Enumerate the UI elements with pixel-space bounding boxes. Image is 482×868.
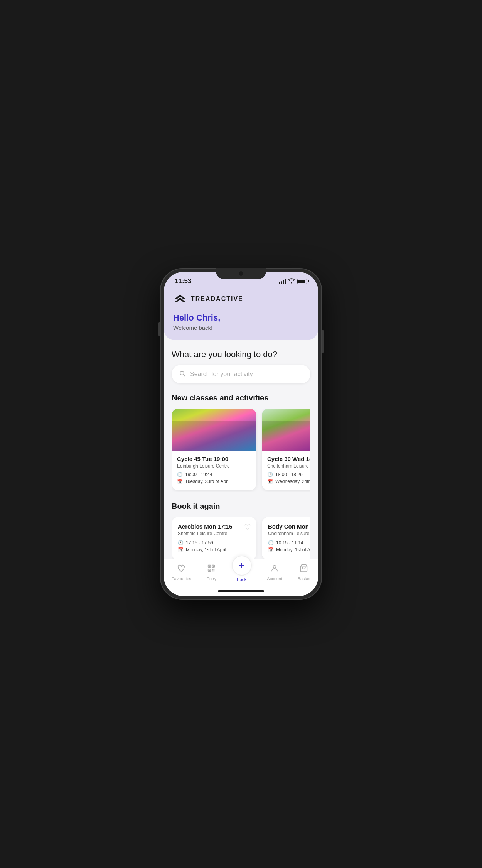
svg-rect-13 <box>209 570 210 571</box>
nav-favourites-label: Favourites <box>172 576 191 581</box>
book-card-2[interactable]: Body Con Mon 10:15 Cheltenham Leisure Ce… <box>262 517 310 559</box>
nav-entry[interactable]: Entry <box>207 564 217 581</box>
search-section-title: What are you looking to do? <box>172 350 310 360</box>
book-cal-icon-2: 📅 <box>268 547 274 552</box>
signal-icon <box>279 279 286 284</box>
main-content: What are you looking to do? Search for y… <box>164 340 318 559</box>
greeting-sub: Welcome back! <box>173 324 309 331</box>
book-again-title: Book it again <box>172 502 310 511</box>
book-card-2-date: Monday, 1st of Apri... <box>276 547 310 552</box>
card-2-title: Cycle 30 Wed 18:00 <box>267 456 310 462</box>
nav-favourites[interactable]: Favourites <box>172 564 191 581</box>
activity-card-1[interactable]: Cycle 45 Tue 19:00 Edinburgh Leisure Cen… <box>172 409 256 490</box>
calendar-icon: 📅 <box>177 479 183 484</box>
notch-camera <box>239 271 243 276</box>
clock-icon: 🕐 <box>177 472 183 477</box>
heart-icon-1[interactable]: ♡ <box>244 522 251 532</box>
book-card-1-venue: Sheffield Leisure Centre <box>178 531 250 536</box>
svg-point-14 <box>273 566 276 568</box>
new-classes-title: New classes and activities <box>172 393 310 402</box>
plus-icon: + <box>239 560 245 571</box>
card-image-2 <box>262 409 310 451</box>
calendar-icon-2: 📅 <box>267 479 273 484</box>
book-card-1-title: Aerobics Mon 17:15 <box>178 523 250 530</box>
book-again-section: Book it again ♡ Aerobics Mon 17:15 Sheff… <box>172 502 310 559</box>
book-card-2-title: Body Con Mon 10:15 <box>268 523 310 530</box>
card-2-time: 18:00 - 18:29 <box>275 472 303 477</box>
book-clock-icon-1: 🕐 <box>178 540 184 545</box>
logo-text: TREADACTIVE <box>191 296 243 302</box>
home-bar <box>218 590 264 592</box>
account-nav-icon <box>270 564 279 575</box>
nav-book[interactable]: + Book <box>232 563 252 582</box>
nav-basket-label: Basket <box>298 576 311 581</box>
battery-icon <box>297 279 307 284</box>
bottom-nav: Favourites <box>164 559 318 588</box>
nav-account-label: Account <box>267 576 282 581</box>
svg-rect-11 <box>209 566 210 567</box>
book-card-1-time: 17:15 - 17:59 <box>186 540 213 545</box>
svg-rect-8 <box>214 569 215 570</box>
card-2-venue: Cheltenham Leisure C... <box>267 463 310 469</box>
nav-entry-label: Entry <box>207 576 217 581</box>
book-again-scroll[interactable]: ♡ Aerobics Mon 17:15 Sheffield Leisure C… <box>172 517 310 559</box>
card-1-title: Cycle 45 Tue 19:00 <box>177 456 251 462</box>
svg-rect-12 <box>213 566 214 567</box>
phone-screen: 11:53 <box>164 272 318 596</box>
card-1-time: 19:00 - 19:44 <box>185 472 212 477</box>
book-card-2-venue: Cheltenham Leisure Ce... <box>268 531 310 536</box>
search-section: What are you looking to do? Search for y… <box>172 350 310 383</box>
search-icon <box>179 370 185 378</box>
nav-account[interactable]: Account <box>267 564 282 581</box>
basket-nav-icon <box>300 564 308 575</box>
svg-rect-10 <box>214 571 215 572</box>
book-cal-icon-1: 📅 <box>178 547 184 552</box>
home-indicator <box>164 588 318 596</box>
card-image-1 <box>172 409 256 451</box>
new-classes-scroll[interactable]: Cycle 45 Tue 19:00 Edinburgh Leisure Cen… <box>172 409 310 492</box>
notch <box>216 268 266 279</box>
logo-area: TREADACTIVE <box>173 292 309 306</box>
search-placeholder: Search for your activity <box>190 371 253 378</box>
qr-nav-icon <box>207 564 216 575</box>
book-card-1[interactable]: ♡ Aerobics Mon 17:15 Sheffield Leisure C… <box>172 517 256 559</box>
phone-frame: 11:53 <box>160 268 322 600</box>
status-time: 11:53 <box>175 277 191 285</box>
logo-icon <box>173 292 187 306</box>
greeting-name: Hello Chris, <box>173 313 309 323</box>
clock-icon-2: 🕐 <box>267 472 273 477</box>
status-icons <box>279 278 307 285</box>
nav-basket[interactable]: Basket <box>298 564 311 581</box>
activity-card-2[interactable]: Cycle 30 Wed 18:00 Cheltenham Leisure C.… <box>262 409 310 490</box>
nav-book-button[interactable]: + <box>232 556 252 576</box>
new-classes-section: New classes and activities Cycle 45 Tue … <box>172 393 310 492</box>
card-1-date: Tuesday, 23rd of April <box>185 479 229 484</box>
svg-rect-7 <box>212 569 213 570</box>
book-clock-icon-2: 🕐 <box>268 540 274 545</box>
wifi-icon <box>288 278 295 285</box>
book-card-1-date: Monday, 1st of April <box>186 547 226 552</box>
card-2-date: Wednesday, 24th... <box>275 479 310 484</box>
card-1-venue: Edinburgh Leisure Centre <box>177 463 251 469</box>
svg-line-3 <box>184 375 185 376</box>
heart-nav-icon <box>177 564 185 575</box>
nav-book-label: Book <box>237 577 246 582</box>
book-card-2-time: 10:15 - 11:14 <box>276 540 303 545</box>
svg-rect-9 <box>212 571 213 572</box>
header: TREADACTIVE Hello Chris, Welcome back! <box>164 288 318 340</box>
search-bar[interactable]: Search for your activity <box>172 365 310 383</box>
